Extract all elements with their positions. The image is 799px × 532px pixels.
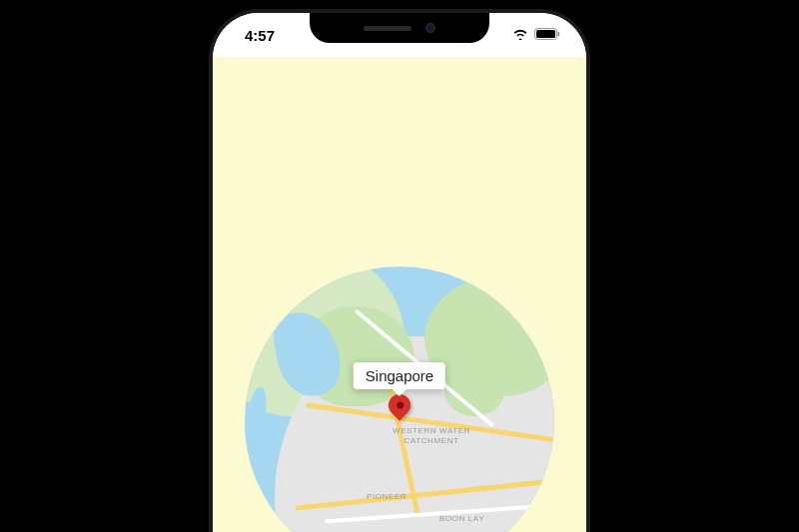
map-marker-pin[interactable]	[389, 394, 410, 416]
map-district-label: WESTERN WATERCATCHMENT	[393, 426, 470, 445]
map-district-label: BOON LAY	[439, 514, 484, 524]
speaker-grille	[364, 26, 411, 31]
phone-notch	[310, 13, 489, 43]
battery-icon	[534, 26, 560, 44]
phone-device-frame: 4:57	[200, 0, 599, 532]
svg-rect-1	[536, 30, 555, 38]
map-view[interactable]: WESTERN WATERCATCHMENT PIONEER BOON LAY …	[245, 266, 554, 532]
wifi-icon	[512, 26, 528, 44]
front-camera	[425, 23, 435, 33]
phone-bezel: 4:57	[209, 9, 590, 532]
info-window-title: Singapore	[366, 367, 433, 384]
map-info-window[interactable]: Singapore	[354, 362, 445, 389]
map-district-label: PIONEER	[367, 492, 406, 502]
status-icons	[512, 26, 562, 44]
map-surface[interactable]: WESTERN WATERCATCHMENT PIONEER BOON LAY …	[245, 266, 554, 532]
app-content: WESTERN WATERCATCHMENT PIONEER BOON LAY …	[213, 57, 586, 532]
phone-screen: 4:57	[213, 13, 586, 532]
status-time: 4:57	[237, 27, 275, 44]
svg-rect-2	[558, 32, 560, 36]
